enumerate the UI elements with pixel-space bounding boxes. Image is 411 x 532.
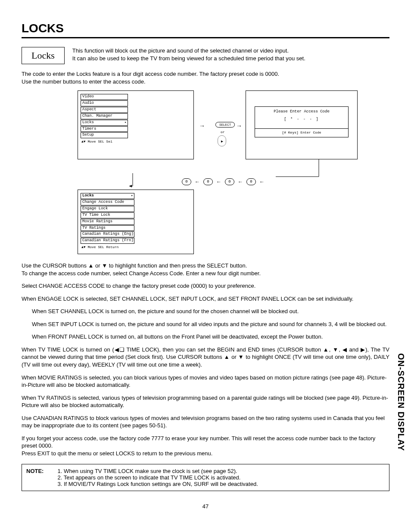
menu2-header: Locks — [81, 193, 134, 199]
osd-access-code: Please Enter Access Code [ * - - - ] [# … — [246, 90, 358, 159]
arrow-left-icon: ← — [216, 179, 221, 185]
menu2-tv-time-lock: TV Time Lock — [81, 212, 134, 218]
note-box: NOTE: 1. When using TV TIME LOCK make su… — [22, 464, 389, 491]
intro-line-4: Use the number buttons to enter the acce… — [22, 78, 389, 86]
menu-item-timers: Timers — [81, 126, 128, 132]
access-helper: [# Keys] Enter Code — [255, 128, 348, 134]
osd-menu-main: Video Audio Aspect Chan. Manager Locks T… — [78, 90, 194, 159]
osd-menu-locks: Locks Change Access Code Engage Lock TV … — [78, 190, 194, 254]
intro-line-1: This function will block out the picture… — [72, 47, 305, 55]
note-label: NOTE: — [26, 468, 52, 487]
select-button-icon: SELECT — [215, 122, 235, 128]
menu-item-setup: Setup — [81, 132, 128, 138]
body-p4: When TV TIME LOCK is turned on (◀❏ TIME … — [22, 346, 389, 369]
page-number: 47 — [22, 503, 389, 510]
menu-item-audio: Audio — [81, 100, 128, 106]
zero-key-icon: 0 — [203, 178, 213, 185]
body-p7: Use CANADIAN RATINGS to block various ty… — [22, 415, 385, 429]
zero-key-icon: 0 — [225, 178, 234, 185]
or-label: or — [221, 130, 225, 134]
menu-item-chanmgr: Chan. Manager — [81, 113, 128, 119]
arrow-left-icon: ← — [195, 179, 200, 185]
body-p2: Select CHANGE ACCESS CODE to change the … — [22, 282, 389, 290]
arrow-left-icon: ← — [259, 179, 265, 185]
body-p8: If you forget your access code, use the … — [22, 435, 389, 450]
zero-key-icon: 0 — [246, 178, 256, 185]
body-p1b: To change the access code number, select… — [22, 270, 389, 277]
body-p9: Press EXIT to quit the menu or select LO… — [22, 450, 389, 457]
note-3: 3. If MOVIE/TV Ratings Lock function set… — [57, 481, 258, 487]
menu-item-locks: Locks — [81, 120, 128, 126]
menu2-tv-ratings: TV Ratings — [81, 225, 134, 231]
arrow-left-icon: ← — [238, 179, 243, 185]
zero-key-icon: 0 — [182, 178, 191, 185]
access-code-display: [ * - - - ] — [258, 117, 346, 121]
body-p6: When TV RATINGS is selected, various typ… — [22, 394, 389, 409]
menu2-footer: ▲▼ Move SEL Return — [81, 244, 191, 249]
body-p3: When ENGAGE LOCK is selected, SET CHANNE… — [22, 295, 389, 303]
body-p5: When MOVIE RATINGS is selected, you can … — [22, 374, 389, 389]
menu-item-aspect: Aspect — [81, 107, 128, 113]
menu-item-video: Video — [81, 94, 128, 100]
svg-marker-0 — [129, 185, 132, 187]
menu2-can-eng: Canadian Ratings (Eng) — [81, 231, 134, 237]
diagram-area: Video Audio Aspect Chan. Manager Locks T… — [22, 90, 389, 254]
note-1: 1. When using TV TIME LOCK make sure the… — [57, 468, 258, 474]
menu2-movie-ratings: Movie Ratings — [81, 219, 134, 225]
intro-line-2: It can also be used to keep the TV from … — [72, 55, 305, 62]
body-p3b: When SET INPUT LOCK is turned on, the pi… — [22, 320, 389, 328]
menu-footer: ▲▼ Move SEL Sel — [81, 139, 191, 143]
section-title: LOCKS — [22, 22, 389, 38]
intro-line-3: The code to enter the Locks feature is a… — [22, 70, 389, 78]
arrow-right-icon: → — [199, 123, 205, 129]
menu2-can-frn: Canadian Ratings (Frn) — [81, 238, 134, 244]
cursor-right-button-icon: ▸ — [218, 135, 226, 146]
note-2: 2. Text appears on the screen to indicat… — [57, 474, 258, 481]
code-entry-row: 0 ← 0 ← 0 ← 0 ← — [129, 173, 265, 190]
menu2-engage-lock: Engage Lock — [81, 206, 134, 212]
arrow-right-icon: → — [236, 123, 242, 129]
menu2-change-code: Change Access Code — [81, 199, 134, 205]
body-p3c: When FRONT PANEL LOCK is turned on, all … — [22, 333, 389, 341]
body-p1a: Use the CURSOR buttons ▲ or ▼ to highlig… — [22, 262, 389, 270]
access-title: Please Enter Access Code — [258, 109, 346, 114]
body-p3a: When SET CHANNEL LOCK is turned on, the … — [22, 308, 389, 315]
side-section-label: ON-SCREEN DISPLAY — [396, 353, 406, 451]
locks-label-box: Locks — [22, 47, 65, 64]
